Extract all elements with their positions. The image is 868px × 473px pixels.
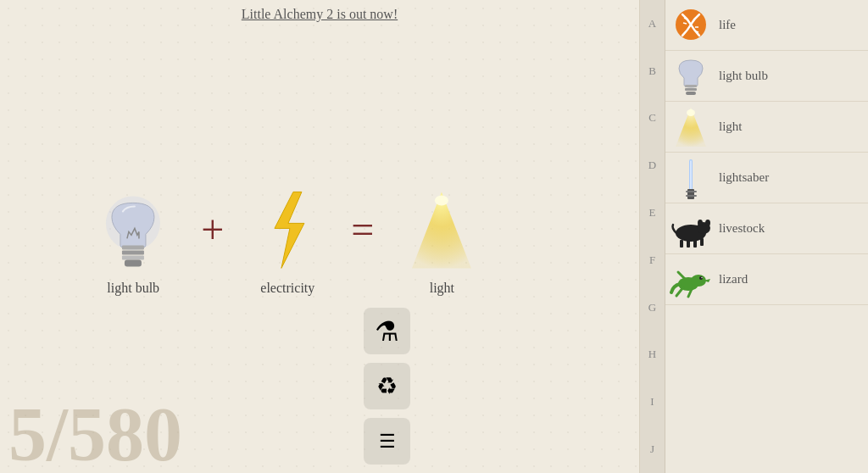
sidebar: A B C D E F G H I J: [639, 0, 868, 473]
equals-operator: =: [351, 206, 374, 253]
lightsaber-icon: [670, 157, 712, 199]
alpha-j[interactable]: J: [640, 426, 665, 473]
lightning-icon: [258, 187, 317, 272]
alchemy2-button[interactable]: ⚗: [364, 308, 410, 354]
svg-point-7: [435, 195, 448, 205]
recycle-icon: ♻: [376, 372, 398, 400]
svg-rect-22: [686, 191, 697, 192]
svg-rect-29: [687, 240, 690, 248]
alpha-b[interactable]: B: [640, 47, 665, 95]
list-item-livestock[interactable]: livestock: [665, 203, 868, 254]
element-counter: 5/580: [0, 397, 182, 473]
svg-rect-16: [686, 92, 696, 95]
svg-line-13: [696, 31, 698, 32]
svg-rect-30: [693, 240, 697, 248]
lizard-icon: [670, 259, 712, 301]
menu-button[interactable]: ☰: [364, 418, 410, 465]
alpha-e[interactable]: E: [640, 189, 665, 236]
svg-line-11: [691, 25, 692, 25]
alpha-g[interactable]: G: [640, 284, 665, 331]
lightbulb-sidebar-label: light bulb: [719, 69, 860, 83]
banner[interactable]: Little Alchemy 2 is out now!: [0, 0, 639, 29]
svg-rect-23: [686, 195, 697, 197]
svg-rect-31: [700, 238, 704, 246]
svg-point-26: [698, 220, 703, 226]
menu-icon: ☰: [379, 431, 396, 453]
alpha-c[interactable]: C: [640, 95, 665, 142]
svg-rect-15: [685, 88, 697, 91]
alpha-h[interactable]: H: [640, 331, 665, 379]
lightsaber-label: lightsaber: [719, 170, 860, 185]
life-label: life: [719, 18, 860, 32]
plus-operator: +: [201, 206, 224, 253]
element-lightbulb: light bulb: [99, 187, 167, 296]
list-item-life[interactable]: life: [665, 0, 868, 51]
alpha-a[interactable]: A: [640, 0, 665, 47]
banner-link[interactable]: Little Alchemy 2 is out now!: [242, 7, 398, 21]
element-electricity: electricity: [258, 187, 317, 296]
alpha-f[interactable]: F: [640, 236, 665, 284]
svg-marker-5: [275, 192, 304, 268]
lightbulb-label: light bulb: [107, 281, 159, 296]
life-icon: [670, 4, 712, 47]
sidebar-lightbulb-icon: [670, 55, 712, 97]
list-item-lightsaber[interactable]: lightsaber: [665, 153, 868, 203]
svg-rect-4: [125, 259, 142, 266]
livestock-label: livestock: [719, 221, 860, 236]
electricity-label: electricity: [260, 281, 314, 296]
list-item-lightbulb[interactable]: light bulb: [665, 51, 868, 102]
light-label: light: [430, 281, 454, 296]
alchemy2-icon: ⚗: [375, 315, 399, 348]
list-item-lizard[interactable]: lizard: [665, 254, 868, 305]
list-item-light[interactable]: light: [665, 102, 868, 153]
svg-rect-28: [680, 240, 683, 248]
svg-rect-1: [122, 245, 144, 249]
svg-rect-3: [122, 255, 144, 259]
alpha-d[interactable]: D: [640, 142, 665, 189]
element-light: light: [408, 187, 476, 296]
equation: light bulb + electricity =: [99, 187, 476, 296]
sidebar-light-icon: [670, 106, 712, 148]
panel-icons: ⚗ ♻ ☰: [364, 308, 410, 465]
svg-point-18: [687, 109, 695, 116]
items-column: life light bulb: [665, 0, 868, 473]
svg-point-35: [701, 277, 702, 278]
svg-rect-14: [685, 85, 697, 87]
svg-point-27: [705, 220, 710, 226]
light-result-icon: [408, 187, 476, 272]
alpha-column: A B C D E F G H I J: [640, 0, 665, 473]
svg-rect-2: [122, 250, 144, 254]
alpha-i[interactable]: I: [640, 378, 665, 426]
main-area: Little Alchemy 2 is out now! ligh: [0, 0, 639, 473]
recycle-button[interactable]: ♻: [364, 363, 410, 409]
svg-line-10: [683, 23, 687, 24]
svg-rect-21: [687, 189, 694, 199]
lightbulb-icon: [99, 187, 167, 272]
livestock-icon: [670, 208, 712, 250]
light-sidebar-label: light: [719, 120, 860, 134]
lizard-label: lizard: [719, 272, 860, 287]
